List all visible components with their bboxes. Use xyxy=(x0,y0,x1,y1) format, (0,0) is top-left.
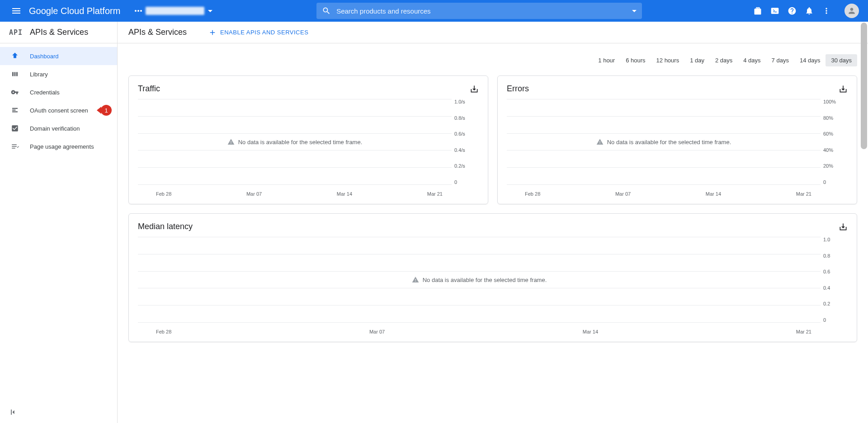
annotation-callout: 1 xyxy=(97,105,112,116)
enable-apis-label: ENABLE APIS AND SERVICES xyxy=(220,29,308,36)
time-option[interactable]: 4 days xyxy=(738,54,766,66)
sidebar-item-label: OAuth consent screen xyxy=(30,107,88,114)
y-tick-label: 0.6/s xyxy=(454,131,465,136)
chart-card-traffic: Traffic1.0/s0.8/s0.6/s0.4/s0.2/s0Feb 28M… xyxy=(128,75,488,204)
help-icon[interactable] xyxy=(788,6,797,15)
y-tick-label: 100% xyxy=(823,99,836,104)
y-tick-label: 1.0/s xyxy=(454,99,465,104)
time-range-toggle: 1 hour6 hours12 hours1 day2 days4 days7 … xyxy=(128,54,857,66)
x-tick-label: Mar 21 xyxy=(427,191,443,197)
notifications-icon[interactable] xyxy=(805,6,814,15)
x-tick-label: Feb 28 xyxy=(525,191,540,197)
y-tick-label: 0.2/s xyxy=(454,163,465,169)
time-option[interactable]: 1 day xyxy=(684,54,710,66)
chart-card-errors: Errors100%80%60%40%20%0Feb 28Mar 07Mar 1… xyxy=(497,75,857,204)
search-icon xyxy=(322,6,331,15)
x-tick-label: Mar 07 xyxy=(369,329,385,334)
sidebar-item-oauth-consent[interactable]: OAuth consent screen 1 xyxy=(0,101,117,119)
search-input[interactable] xyxy=(336,7,632,15)
gift-icon[interactable] xyxy=(753,6,762,15)
x-tick-label: Feb 28 xyxy=(156,329,171,334)
y-tick-label: 0.2 xyxy=(823,301,830,306)
search-box[interactable] xyxy=(316,3,642,19)
product-logo: API xyxy=(9,28,23,37)
x-tick-label: Feb 28 xyxy=(156,191,171,197)
page-title: APIs & Services xyxy=(128,28,187,37)
sidebar-item-dashboard[interactable]: Dashboard xyxy=(0,47,117,65)
y-tick-label: 40% xyxy=(823,147,833,153)
sidebar-item-library[interactable]: Library xyxy=(0,65,117,83)
download-icon[interactable] xyxy=(470,85,479,94)
y-tick-label: 0.8/s xyxy=(454,115,465,121)
y-tick-label: 0.4 xyxy=(823,285,830,291)
sidebar-item-label: Dashboard xyxy=(30,53,59,60)
scrollbar-thumb[interactable] xyxy=(861,23,867,149)
sidebar-item-label: Domain verification xyxy=(30,125,80,132)
library-icon xyxy=(11,70,19,78)
agreement-icon xyxy=(11,142,19,150)
chart-area: 1.00.80.60.40.20Feb 28Mar 07Mar 14Mar 21… xyxy=(138,237,848,336)
x-tick-label: Mar 14 xyxy=(337,191,352,197)
sidebar-item-label: Library xyxy=(30,71,48,78)
chart-title: Errors xyxy=(507,84,529,94)
dashboard-icon xyxy=(11,52,19,60)
sidebar-item-domain-verification[interactable]: Domain verification xyxy=(0,119,117,137)
annotation-number: 1 xyxy=(101,105,112,116)
sidebar-item-label: Credentials xyxy=(30,89,60,96)
sidebar-header: API APIs & Services xyxy=(0,22,117,43)
project-name-redacted xyxy=(146,7,204,15)
person-icon xyxy=(847,6,856,15)
y-tick-label: 0.6 xyxy=(823,269,830,274)
y-tick-label: 0 xyxy=(823,317,826,323)
sidebar-nav: Dashboard Library Credentials OAuth cons… xyxy=(0,43,117,155)
download-icon[interactable] xyxy=(839,222,848,231)
no-data-message: No data is available for the selected ti… xyxy=(507,99,821,185)
x-tick-label: Mar 21 xyxy=(796,329,811,334)
download-icon[interactable] xyxy=(839,85,848,94)
y-tick-label: 0 xyxy=(454,179,457,185)
more-icon[interactable] xyxy=(822,6,831,15)
brand-label: Google Cloud Platform xyxy=(29,6,120,16)
consent-icon xyxy=(11,106,19,114)
main-content: APIs & Services ENABLE APIS AND SERVICES… xyxy=(118,22,868,423)
chart-card-median-latency: Median latency1.00.80.60.40.20Feb 28Mar … xyxy=(128,213,857,342)
sidebar-item-label: Page usage agreements xyxy=(30,143,94,150)
chart-title: Median latency xyxy=(138,222,193,231)
y-tick-label: 0.8 xyxy=(823,253,830,258)
x-tick-label: Mar 14 xyxy=(583,329,598,334)
time-option[interactable]: 6 hours xyxy=(620,54,651,66)
plus-icon xyxy=(208,28,217,37)
x-tick-label: Mar 07 xyxy=(615,191,631,197)
time-option[interactable]: 1 hour xyxy=(593,54,620,66)
no-data-message: No data is available for the selected ti… xyxy=(138,237,821,323)
key-icon xyxy=(11,88,19,96)
x-tick-label: Mar 14 xyxy=(706,191,721,197)
top-header: Google Cloud Platform xyxy=(0,0,868,22)
time-option[interactable]: 12 hours xyxy=(651,54,685,66)
x-tick-label: Mar 21 xyxy=(796,191,811,197)
caret-down-icon xyxy=(208,10,212,12)
sidebar-item-page-usage[interactable]: Page usage agreements xyxy=(0,137,117,155)
y-tick-label: 0.4/s xyxy=(454,147,465,153)
time-option[interactable]: 2 days xyxy=(710,54,738,66)
y-tick-label: 0 xyxy=(823,179,826,185)
collapse-sidebar-icon[interactable] xyxy=(9,408,18,417)
project-picker[interactable] xyxy=(131,5,216,17)
main-header: APIs & Services ENABLE APIS AND SERVICES xyxy=(118,22,868,43)
x-tick-label: Mar 07 xyxy=(246,191,262,197)
cloud-shell-icon[interactable] xyxy=(770,6,779,15)
warning-icon xyxy=(596,138,604,146)
menu-icon[interactable] xyxy=(11,5,22,16)
chevron-down-icon[interactable] xyxy=(632,10,637,12)
time-option[interactable]: 30 days xyxy=(826,54,857,66)
sidebar-item-credentials[interactable]: Credentials xyxy=(0,83,117,101)
time-option[interactable]: 7 days xyxy=(766,54,794,66)
enable-apis-button[interactable]: ENABLE APIS AND SERVICES xyxy=(208,28,308,37)
sidebar-title: APIs & Services xyxy=(30,28,88,37)
no-data-message: No data is available for the selected ti… xyxy=(138,99,452,185)
time-option[interactable]: 14 days xyxy=(794,54,826,66)
y-tick-label: 20% xyxy=(823,163,833,169)
account-avatar[interactable] xyxy=(844,4,859,18)
chart-area: 1.0/s0.8/s0.6/s0.4/s0.2/s0Feb 28Mar 07Ma… xyxy=(138,99,479,198)
y-tick-label: 80% xyxy=(823,115,833,121)
